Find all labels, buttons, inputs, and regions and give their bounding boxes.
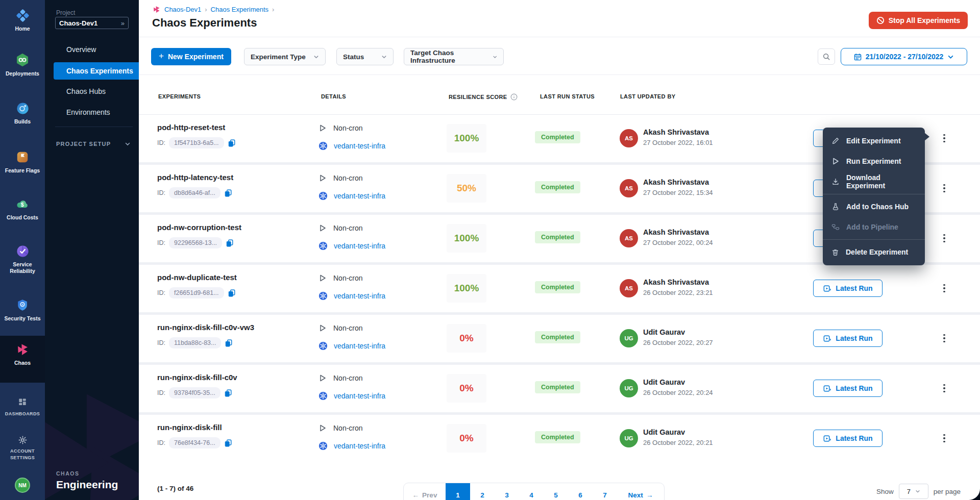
row-menu-button[interactable] xyxy=(935,329,953,347)
copy-id-button[interactable] xyxy=(228,289,236,297)
experiment-name[interactable]: pod-http-latency-test xyxy=(157,173,233,182)
module-rail: Home Deployments Builds Feature Flags $ … xyxy=(0,0,45,500)
sidebar-item-overview[interactable]: Overview xyxy=(54,41,139,58)
deployments-icon xyxy=(15,53,30,67)
latest-run-button[interactable]: Latest Run xyxy=(813,280,883,297)
rail-item-deployments[interactable]: Deployments xyxy=(0,53,45,77)
updated-by-date: 26 October 2022, 23:21 xyxy=(643,289,713,296)
infrastructure: vedant-test-infra xyxy=(318,191,385,201)
page-button[interactable]: 7 xyxy=(593,483,617,500)
avatar: AS xyxy=(620,279,638,297)
infrastructure-link[interactable]: vedant-test-infra xyxy=(334,292,385,300)
resilience-score: 0% xyxy=(447,324,486,353)
experiment-type-filter[interactable]: Experiment Type xyxy=(244,48,326,65)
project-setup-toggle[interactable]: PROJECT SETUP xyxy=(56,139,131,149)
row-menu-button[interactable] xyxy=(935,379,953,397)
new-experiment-button[interactable]: + New Experiment xyxy=(151,48,231,65)
copy-id-button[interactable] xyxy=(226,239,234,247)
svg-text:$: $ xyxy=(21,202,24,208)
rail-item-account-settings[interactable]: ACCOUNT SETTINGS xyxy=(0,435,45,461)
menu-item-download-experiment[interactable]: Download Experiment xyxy=(823,171,925,192)
module-kicker: CHAOS xyxy=(56,470,79,477)
rail-item-cloud-costs[interactable]: $ Cloud Costs xyxy=(0,197,45,221)
next-page-button[interactable]: Next → xyxy=(617,483,664,500)
copy-id-button[interactable] xyxy=(224,439,232,447)
latest-run-button[interactable]: Latest Run xyxy=(813,330,883,347)
sidebar-item-chaos-hubs[interactable]: Chaos Hubs xyxy=(54,83,139,100)
status-filter[interactable]: Status xyxy=(336,48,394,65)
menu-item-run-experiment[interactable]: Run Experiment xyxy=(823,151,925,171)
target-infrastructure-filter[interactable]: Target Chaos Infrastructure xyxy=(404,48,504,65)
row-menu-button[interactable] xyxy=(935,179,953,197)
column-resilience-score: RESILIENCE SCORE xyxy=(449,93,518,101)
infrastructure-link[interactable]: vedant-test-infra xyxy=(334,142,385,150)
prev-page-button[interactable]: ← Prev xyxy=(404,483,446,500)
row-menu-button[interactable] xyxy=(935,229,953,247)
page-button[interactable]: 5 xyxy=(544,483,568,500)
page-button[interactable]: 2 xyxy=(470,483,495,500)
experiment-name[interactable]: pod-http-reset-test xyxy=(157,123,225,132)
table-row: run-nginx-disk-fill ID: 76e8f434-76... N… xyxy=(139,415,980,462)
breadcrumb-page-link[interactable]: Chaos Experiments xyxy=(211,6,268,13)
copy-id-button[interactable] xyxy=(228,139,236,147)
experiment-name[interactable]: run-nginx-disk-fill xyxy=(157,423,222,432)
menu-divider xyxy=(823,239,925,240)
experiment-name[interactable]: run-nginx-disk-fill-c0v xyxy=(157,373,237,382)
sidebar-item-environments[interactable]: Environments xyxy=(54,104,139,121)
experiment-name[interactable]: pod-nw-duplicate-test xyxy=(157,273,237,282)
page-size-select[interactable]: 7 xyxy=(899,484,928,499)
user-avatar[interactable]: NM xyxy=(15,478,30,493)
infrastructure-link[interactable]: vedant-test-infra xyxy=(334,342,385,350)
breadcrumb-project-link[interactable]: Chaos-Dev1 xyxy=(164,6,201,13)
page-button[interactable]: 3 xyxy=(495,483,519,500)
stop-all-experiments-button[interactable]: Stop All Experiments xyxy=(869,12,968,29)
rail-item-feature-flags[interactable]: Feature Flags xyxy=(0,150,45,174)
page-button[interactable]: 4 xyxy=(519,483,544,500)
rail-item-service-reliability[interactable]: Service Reliability xyxy=(0,244,45,274)
stop-icon xyxy=(876,16,885,24)
expand-sidebar-icon[interactable]: » xyxy=(121,19,125,27)
run-report-icon xyxy=(823,334,831,343)
experiment-id: ID: 76e8f434-76... xyxy=(157,437,232,448)
infrastructure-link[interactable]: vedant-test-infra xyxy=(334,392,385,400)
latest-run-button[interactable]: Latest Run xyxy=(813,430,883,447)
kubernetes-icon xyxy=(318,241,328,251)
rail-item-dashboards[interactable]: DASHBOARDS xyxy=(0,397,45,417)
search-button[interactable] xyxy=(818,48,835,65)
calendar-icon xyxy=(854,53,862,61)
copy-id-button[interactable] xyxy=(224,189,232,197)
project-selector[interactable]: Chaos-Dev1 » xyxy=(55,17,129,29)
chevron-down-icon xyxy=(947,54,954,60)
menu-item-add-to-chaos-hub[interactable]: Add to Chaos Hub xyxy=(823,196,925,217)
infrastructure: vedant-test-infra xyxy=(318,241,385,251)
rail-item-builds[interactable]: Builds xyxy=(0,101,45,125)
infrastructure: vedant-test-infra xyxy=(318,141,385,151)
infrastructure-link[interactable]: vedant-test-infra xyxy=(334,192,385,200)
infrastructure-link[interactable]: vedant-test-infra xyxy=(334,442,385,450)
rail-item-chaos[interactable]: Chaos xyxy=(0,336,45,383)
infrastructure-link[interactable]: vedant-test-infra xyxy=(334,242,385,250)
menu-item-delete-experiment[interactable]: Delete Experiment xyxy=(823,242,925,262)
copy-id-button[interactable] xyxy=(225,339,233,347)
latest-run-button[interactable]: Latest Run xyxy=(813,380,883,397)
info-icon[interactable] xyxy=(510,93,518,101)
play-outline-icon xyxy=(318,224,327,232)
date-range-picker[interactable]: 21/10/2022 - 27/10/2022 xyxy=(841,48,967,65)
updated-by-date: 26 October 2022, 20:21 xyxy=(643,439,713,446)
experiment-name[interactable]: pod-nw-corruption-test xyxy=(157,223,241,232)
menu-item-add-to-pipeline[interactable]: Add to Pipeline xyxy=(823,217,925,237)
sidebar-item-chaos-experiments[interactable]: Chaos Experiments xyxy=(54,62,139,80)
row-menu-button[interactable] xyxy=(935,129,953,147)
page-button[interactable]: 1 xyxy=(446,483,470,500)
rail-item-home[interactable]: Home xyxy=(0,8,45,32)
rail-item-security-tests[interactable]: Security Tests xyxy=(0,298,45,322)
experiment-name[interactable]: run-nginx-disk-fill-c0v-vw3 xyxy=(157,323,254,332)
page-button[interactable]: 6 xyxy=(568,483,593,500)
kubernetes-icon xyxy=(318,391,328,401)
menu-item-edit-experiment[interactable]: Edit Experiment xyxy=(823,131,925,151)
row-menu-button[interactable] xyxy=(935,429,953,447)
schedule-type: Non-cron xyxy=(318,424,363,432)
row-menu-button[interactable] xyxy=(935,279,953,297)
copy-id-button[interactable] xyxy=(224,389,232,397)
table-header: EXPERIMENTS DETAILS RESILIENCE SCORE LAS… xyxy=(139,75,980,114)
